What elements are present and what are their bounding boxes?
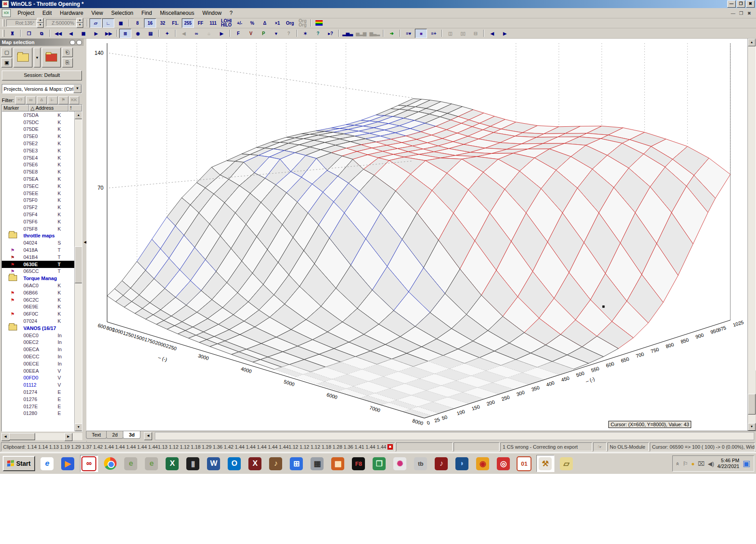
map-row[interactable]: 01280E bbox=[2, 410, 82, 417]
mdi-close-icon[interactable]: ✖ bbox=[746, 11, 752, 16]
internet-explorer-icon[interactable]: e bbox=[39, 455, 56, 472]
filter-button-4[interactable]: ⚑ bbox=[58, 96, 68, 104]
back-button[interactable]: ◀ bbox=[178, 29, 190, 38]
tray-alert-icon[interactable]: ● bbox=[691, 460, 695, 467]
upload-button[interactable]: ⌂ bbox=[203, 29, 215, 38]
scroll-right-icon[interactable]: ▶ bbox=[64, 433, 72, 441]
map-row[interactable]: 01112V bbox=[2, 381, 82, 388]
chrome-icon[interactable] bbox=[102, 455, 119, 472]
map-row[interactable]: 075E2K bbox=[2, 140, 82, 147]
map-3d-view-button[interactable]: ∟ bbox=[102, 18, 114, 28]
difference-button[interactable]: Δ bbox=[259, 18, 271, 28]
tab-2d[interactable]: 2d bbox=[106, 431, 123, 439]
menu-hardware[interactable]: Hardware bbox=[56, 9, 87, 17]
map-row[interactable]: 075DAK bbox=[2, 111, 82, 119]
wrench-icon[interactable]: ⚒ bbox=[536, 455, 554, 472]
rotation-field-value[interactable]: Rot:135° bbox=[6, 19, 37, 27]
scroll-left-icon[interactable]: ◀ bbox=[1, 433, 9, 441]
notes-button[interactable]: ▤ bbox=[144, 29, 157, 38]
magic-hat-button[interactable]: ♜ bbox=[6, 29, 18, 38]
signed-button[interactable]: +/- bbox=[234, 18, 246, 28]
import-project-button[interactable] bbox=[42, 48, 61, 67]
column-header-extra[interactable]: ! bbox=[68, 105, 82, 111]
signature-search-button[interactable]: ▂▅▃ bbox=[341, 29, 354, 38]
first-map-button[interactable]: ◀◀ bbox=[52, 29, 64, 38]
import-file-button[interactable]: ⎗ bbox=[62, 48, 73, 57]
search-maps-button[interactable]: ∞ bbox=[190, 29, 202, 38]
format-float-button[interactable]: F1. bbox=[169, 18, 181, 28]
window-copy-button[interactable]: ❐ bbox=[23, 29, 35, 38]
menu-project[interactable]: Project bbox=[14, 9, 38, 17]
window-prev-button[interactable]: ◀ bbox=[486, 29, 498, 38]
chevron-down-icon[interactable]: ▼ bbox=[73, 85, 81, 93]
scrollbar-thumb[interactable] bbox=[748, 394, 756, 415]
calculator-icon[interactable]: ▦ bbox=[309, 455, 326, 472]
word-icon[interactable]: W bbox=[205, 455, 222, 472]
show-values-button[interactable]: V bbox=[245, 29, 257, 38]
scroll-up-icon[interactable]: ▲ bbox=[75, 111, 82, 119]
whats-this-button[interactable]: ▸? bbox=[324, 29, 337, 38]
format-binary-button[interactable]: 111 bbox=[207, 18, 219, 28]
original-button[interactable]: Org bbox=[284, 18, 296, 28]
color-fill-button[interactable]: ■ bbox=[415, 29, 427, 38]
auto-search-button[interactable]: ✶ bbox=[299, 29, 311, 38]
save-project-button[interactable]: ▣ bbox=[1, 58, 12, 67]
menu-find[interactable]: Find bbox=[137, 9, 156, 17]
menu-edit[interactable]: Edit bbox=[38, 9, 56, 17]
map-list-vertical-scrollbar[interactable]: ▲ ▼ bbox=[74, 111, 82, 431]
factor-button[interactable]: ×1 bbox=[271, 18, 284, 28]
session-button[interactable]: Session: Default bbox=[2, 71, 82, 80]
color-scale-button[interactable] bbox=[313, 18, 325, 28]
split-quad-button[interactable]: ◫ bbox=[444, 29, 456, 38]
ecu-tool-1-icon[interactable]: e bbox=[122, 455, 140, 472]
map-selection-title-bar[interactable]: Map selection bbox=[0, 39, 84, 46]
map-row[interactable]: 00ECCIn bbox=[2, 353, 82, 360]
map-row[interactable]: 00ECEIn bbox=[2, 360, 82, 367]
window-compare-button[interactable]: ⧉ bbox=[36, 29, 48, 38]
show-factors-button[interactable]: F bbox=[232, 29, 244, 38]
rotation-field-spinner[interactable]: ▲▼ bbox=[37, 18, 44, 28]
plot-vertical-scrollbar[interactable]: ▲ ▼ bbox=[747, 39, 756, 431]
panel-restore-icon[interactable] bbox=[70, 40, 75, 45]
target-shield-icon[interactable]: ◎ bbox=[495, 455, 512, 472]
column-header-marker[interactable]: Marker bbox=[2, 105, 29, 111]
map-row[interactable]: 01274E bbox=[2, 388, 82, 396]
surface-plot-canvas[interactable]: 7014060080010001250150017502000225030004… bbox=[86, 39, 748, 431]
new-project-button[interactable]: ▢ bbox=[1, 48, 12, 57]
map-row[interactable]: 075F4K bbox=[2, 211, 82, 218]
map-row[interactable]: 00FD0V bbox=[2, 374, 82, 381]
show-mode-dropdown[interactable]: ▾ bbox=[270, 29, 282, 38]
tray-flag-icon[interactable]: ⚐ bbox=[683, 460, 688, 467]
map-2d-view-button[interactable]: ▱ bbox=[90, 18, 102, 28]
surface-3d-mesh[interactable]: 7014060080010001250150017502000225030004… bbox=[86, 39, 748, 431]
excel-dark-icon[interactable]: X bbox=[247, 455, 264, 472]
guitar-red-icon[interactable]: ♪ bbox=[433, 455, 450, 472]
eprom-chip-icon[interactable]: ▮ bbox=[184, 455, 202, 472]
open-project-dropdown[interactable]: ▼ bbox=[34, 48, 40, 67]
byte-order-button[interactable]: LOHI HILO bbox=[220, 18, 233, 28]
format-decimal-button[interactable]: 255 bbox=[182, 18, 194, 28]
folder-row[interactable]: throttle maps bbox=[2, 232, 82, 240]
map-row[interactable]: 075E8K bbox=[2, 168, 82, 175]
scroll-up-icon[interactable]: ▲ bbox=[748, 39, 756, 46]
map-row[interactable]: 04024S bbox=[2, 239, 82, 246]
menu-[interactable]: ? bbox=[225, 9, 237, 17]
help-button[interactable]: ? bbox=[312, 29, 324, 38]
percent-button[interactable]: % bbox=[246, 18, 258, 28]
signature-prev-button[interactable]: ▅▂▆ bbox=[355, 29, 368, 38]
show-percent-button[interactable]: P bbox=[257, 29, 270, 38]
forward-button[interactable]: ▶ bbox=[216, 29, 228, 38]
scroll-down-icon[interactable]: ▼ bbox=[748, 423, 756, 431]
tray-volume-icon[interactable]: ◀) bbox=[708, 460, 714, 467]
filter-button-3[interactable]: i⌐ bbox=[48, 96, 58, 104]
format-8bit-button[interactable]: 8 bbox=[131, 18, 144, 28]
split-vertical-button[interactable]: ▯▯ bbox=[457, 29, 469, 38]
map-row[interactable]: 00ECAIn bbox=[2, 346, 82, 353]
map-row[interactable]: 075DEK bbox=[2, 126, 82, 133]
filter-button-5[interactable]: KK bbox=[69, 96, 79, 104]
map-row[interactable]: 0127EE bbox=[2, 403, 82, 410]
windows-app-icon[interactable]: ⊞ bbox=[288, 455, 305, 472]
guitar-tool-icon[interactable]: ♪ bbox=[267, 455, 284, 472]
map-row[interactable]: 075E4K bbox=[2, 154, 82, 161]
format-16bit-button[interactable]: 16 bbox=[144, 18, 156, 28]
